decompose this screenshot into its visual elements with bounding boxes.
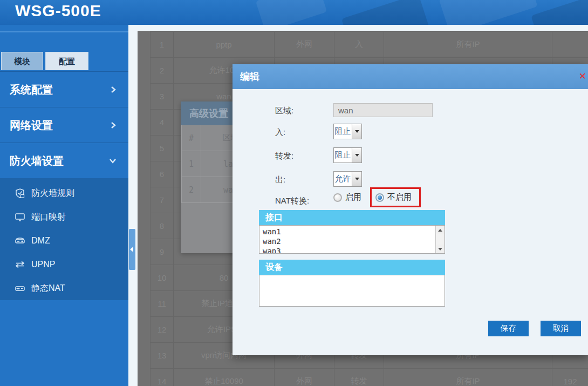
cancel-button[interactable]: 取消 (541, 321, 581, 336)
sidebar-item-firewall-settings[interactable]: 防火墙设置 (0, 143, 128, 178)
cell-num: 11 (151, 291, 174, 316)
device-listbox[interactable] (259, 275, 445, 307)
sidebar-item-port-mapping[interactable]: 端口映射 (0, 205, 128, 229)
out-dropdown-value: 允许 (334, 172, 352, 186)
sidebar-item-upnp[interactable]: UPNP (0, 253, 128, 276)
scroll-up-icon[interactable] (436, 226, 445, 234)
keyboard-decoration (341, 0, 430, 25)
nat-highlight-box: 不启用 (370, 187, 421, 207)
sidebar-collapse-handle[interactable] (129, 229, 135, 270)
dropdown-arrow-icon[interactable] (352, 172, 361, 186)
submenu-label: 静态NAT (31, 283, 65, 294)
in-label: 入: (275, 127, 285, 138)
table-row: 1 pptp 外网 入 所有IP (151, 32, 588, 58)
cell-num: 4 (151, 110, 174, 135)
list-item[interactable]: wan1 (263, 227, 445, 236)
keyboard-decoration (256, 0, 327, 25)
radio-label: 不启用 (387, 192, 412, 202)
static-nat-icon (14, 282, 26, 294)
cell-num: 8 (151, 213, 174, 239)
cell-name: pptp (174, 32, 275, 57)
header-num: # (182, 125, 201, 151)
sidebar-divider (0, 31, 128, 32)
forward-label: 转发: (275, 151, 293, 161)
radio-checked-icon[interactable] (375, 193, 384, 202)
sidebar-item-network-settings[interactable]: 网络设置 (0, 107, 128, 143)
list-item[interactable]: wan3 (263, 246, 445, 254)
firewall-rules-icon (14, 187, 26, 199)
cell-num: 9 (151, 239, 174, 265)
list-item[interactable]: wan2 (263, 236, 445, 246)
menu-label: 网络设置 (10, 119, 53, 131)
cell-num: 1 (182, 151, 201, 177)
nat-radio-group: 启用 不启用 (333, 187, 421, 207)
cell-num: 2 (151, 58, 174, 83)
cell-zone: 外网 (275, 32, 334, 57)
table-row: 14 禁止10090 外网 转发 所有IP 192 (151, 369, 588, 386)
keyboard-decoration (531, 0, 588, 25)
screen: WSG-500E 模块 配置 系统配置 网络设置 防火墙设置 (0, 0, 588, 386)
sidebar-item-firewall-rules[interactable]: 防火墙规则 (0, 181, 128, 205)
keyboard-decoration (439, 0, 537, 25)
dropdown-arrow-icon[interactable] (352, 124, 361, 139)
out-dropdown[interactable]: 允许 (333, 171, 362, 187)
scroll-down-icon[interactable] (436, 245, 445, 253)
sidebar-item-system-config[interactable]: 系统配置 (0, 71, 128, 107)
cell-num: 2 (182, 177, 201, 202)
chevron-right-icon (110, 107, 117, 143)
sidebar-item-static-nat[interactable]: 静态NAT (0, 276, 128, 300)
chevron-right-icon (110, 72, 117, 107)
in-dropdown-value: 阻止 (334, 124, 352, 139)
sidebar-menu: 系统配置 网络设置 防火墙设置 (0, 71, 128, 178)
sidebar-strip (128, 25, 138, 386)
cell-extra: 192 (552, 369, 588, 386)
out-label: 出: (275, 175, 285, 185)
radio-unchecked-icon[interactable] (333, 193, 342, 202)
cell-zone: 外网 (275, 369, 334, 386)
dmz-icon (14, 235, 26, 247)
cell-source: 所有IP (384, 32, 552, 57)
cell-num: 12 (151, 317, 174, 342)
sidebar-submenu: 防火墙规则 端口映射 (0, 178, 128, 300)
cell-num: 5 (151, 136, 174, 161)
cell-num: 7 (151, 187, 174, 213)
cell-source: 所有IP (384, 369, 552, 386)
sidebar: 模块 配置 系统配置 网络设置 防火墙设置 (0, 25, 128, 386)
scrollbar[interactable] (435, 226, 445, 253)
submenu-label: 防火墙规则 (31, 188, 74, 199)
chevron-down-icon (109, 143, 117, 179)
top-header-bar: WSG-500E (0, 0, 588, 25)
port-mapping-icon (14, 211, 26, 223)
interface-section-header: 接口 (259, 210, 445, 225)
submenu-label: UPNP (31, 260, 55, 269)
forward-dropdown-value: 阻止 (334, 148, 352, 162)
dropdown-arrow-icon[interactable] (352, 148, 361, 162)
edit-dialog-header: 编辑 ✕ (233, 64, 588, 89)
cell-direction: 转发 (334, 369, 384, 386)
sidebar-item-dmz[interactable]: DMZ (0, 229, 128, 253)
tab-config[interactable]: 配置 (45, 52, 88, 70)
edit-dialog: 编辑 ✕ 区域: 入: 阻止 转发: 阻止 出: 允许 NAT转换: 启用 (233, 64, 588, 355)
cell-direction: 入 (334, 32, 384, 57)
submenu-label: DMZ (31, 236, 50, 246)
forward-dropdown[interactable]: 阻止 (333, 147, 362, 163)
interface-listbox[interactable]: wan1 wan2 wan3 (259, 225, 445, 254)
nat-label: NAT转换: (275, 196, 309, 206)
cell-num: 10 (151, 265, 174, 290)
device-section-header: 设备 (259, 260, 445, 275)
menu-label: 系统配置 (10, 84, 53, 96)
close-icon[interactable]: ✕ (579, 71, 586, 82)
submenu-label: 端口映射 (31, 212, 66, 223)
zone-field[interactable] (333, 103, 433, 117)
cell-num: 3 (151, 84, 174, 109)
edit-dialog-title: 编辑 (240, 64, 259, 89)
menu-label: 防火墙设置 (10, 155, 64, 167)
save-button[interactable]: 保存 (488, 321, 529, 336)
in-dropdown[interactable]: 阻止 (333, 124, 362, 139)
cell-extra (552, 32, 588, 57)
nat-option-enable[interactable]: 启用 (333, 192, 361, 202)
nat-option-disable[interactable]: 不启用 (375, 192, 412, 202)
tab-modules[interactable]: 模块 (1, 52, 43, 70)
cell-num: 13 (151, 343, 174, 368)
cell-num: 14 (151, 369, 174, 386)
